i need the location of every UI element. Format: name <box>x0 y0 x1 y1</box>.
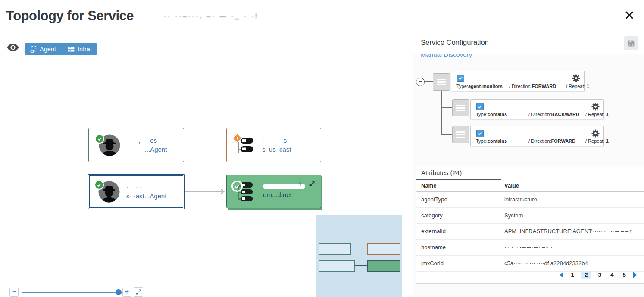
prev-page-icon[interactable] <box>560 272 563 278</box>
topology-canvas[interactable]: Agent Infra <box>0 33 413 297</box>
rule-checkbox[interactable] <box>476 130 484 137</box>
close-icon[interactable]: ✕ <box>622 8 637 23</box>
table-row[interactable]: hostname · · ·_· ·–··–··–··–·· · <box>416 240 644 256</box>
rule-definition: Type:contains/ Direction:BACKWARD/ Repea… <box>476 112 609 117</box>
tree-connector <box>441 91 442 135</box>
rule-checkbox[interactable] <box>476 103 484 110</box>
service-configuration-panel: Manual Discovery Service Configuration − <box>413 33 644 297</box>
attributes-table-header: Name Value <box>416 180 644 192</box>
minimap-node <box>319 260 355 272</box>
node-label: · ·–·, ··_es ·_··_··...Agent <box>127 136 167 154</box>
gear-icon[interactable] <box>591 103 600 113</box>
agent-refresh-icon <box>30 46 37 53</box>
tree-connector <box>441 134 452 135</box>
zoom-slider-handle[interactable] <box>116 289 122 295</box>
page-2-current[interactable]: 2 <box>581 271 591 279</box>
node-label: | ···· – ·s s_us_cast_·· <box>262 136 299 154</box>
page-3[interactable]: 3 <box>596 271 603 279</box>
drag-handle[interactable] <box>452 126 469 143</box>
infra-button-label: Infra <box>78 46 90 53</box>
discovery-rule-card[interactable]: Type:agent-monitors/ Direction:FORWARD/ … <box>451 71 585 91</box>
save-floppy-icon <box>628 40 635 47</box>
minimap-edge <box>355 265 367 266</box>
node-agent-selected[interactable]: · – · · s· ·ast...Agent <box>88 174 185 209</box>
collapse-tree-button[interactable]: − <box>416 78 425 86</box>
node-host-warning[interactable]: ! | ···· – ·s s_us_cast_·· <box>226 128 321 162</box>
column-header-value: Value <box>504 182 519 189</box>
attributes-title: Attributes (24) <box>421 169 462 176</box>
topology-edge <box>185 188 227 195</box>
panel-title: Service Configuration <box>421 38 489 47</box>
dialog-header: Topology for Service ·· ··–···. –· — ·_ … <box>0 0 644 32</box>
next-page-icon[interactable] <box>633 272 637 278</box>
tree-connector <box>441 107 452 108</box>
title-redacted-text: ·· ··–···. –· — ·_ · ·! <box>164 12 259 19</box>
layer-toggle-group: Agent Infra <box>25 43 97 55</box>
zoom-slider-track[interactable] <box>22 292 122 293</box>
agent-button-label: Agent <box>40 46 56 53</box>
table-row[interactable]: jmxCorId c5a····· ·· ··· ····df a2284d23… <box>416 256 644 272</box>
attributes-card: Attributes (24) Name Value agentType inf… <box>416 166 644 284</box>
expand-node-icon[interactable] <box>309 180 316 189</box>
page-5[interactable]: 5 <box>621 271 628 279</box>
infra-layer-button[interactable]: Infra <box>63 43 97 55</box>
zoom-out-button[interactable]: − <box>9 288 19 297</box>
status-ok-icon <box>95 134 104 144</box>
gear-icon[interactable] <box>572 74 580 84</box>
rule-definition: Type:contains/ Direction:FORWARD/ Repeat… <box>476 138 609 144</box>
page-1[interactable]: 1 <box>569 271 576 279</box>
infra-server-icon <box>68 46 75 53</box>
table-row[interactable]: agentType infrastructure <box>416 192 644 208</box>
topology-dialog: Topology for Service ·· ··–···. –· — ·_ … <box>0 0 644 297</box>
agent-layer-button[interactable]: Agent <box>25 43 63 55</box>
discovery-rule-card[interactable]: Type:contains/ Direction:BACKWARD/ Repea… <box>470 99 604 119</box>
minimap-node <box>319 243 351 255</box>
page-title: Topology for Service <box>6 8 134 24</box>
node-label: · – · · s· ·ast...Agent <box>126 183 166 200</box>
node-host-green[interactable]: em...d.net 1 <box>226 175 321 208</box>
node-count-badge: 1 <box>299 181 302 188</box>
zoom-in-button[interactable]: + <box>122 288 131 297</box>
status-ok-icon <box>231 181 243 192</box>
tree-connector <box>425 81 433 82</box>
fit-to-screen-button[interactable] <box>134 287 143 297</box>
minimap-node <box>367 243 400 255</box>
node-agent-ok[interactable]: · ·–·, ··_es ·_··_··...Agent <box>88 128 184 162</box>
drag-handle[interactable] <box>433 73 450 91</box>
table-row[interactable]: externalId APM_INFRASTRUCTURE:AGENT:····… <box>416 224 644 240</box>
save-button[interactable] <box>624 36 638 50</box>
visibility-eye-icon[interactable] <box>7 43 19 52</box>
pagination: 1 2 3 4 5 <box>560 271 637 279</box>
discovery-rule-card[interactable]: Type:contains/ Direction:FORWARD/ Repeat… <box>470 126 604 146</box>
rule-definition: Type:agent-monitors/ Direction:FORWARD/ … <box>456 84 589 89</box>
minimap-node <box>367 260 400 272</box>
column-header-name: Name <box>421 182 436 189</box>
page-4[interactable]: 4 <box>609 271 616 279</box>
status-ok-icon <box>94 180 104 190</box>
panel-header: Service Configuration <box>413 32 644 54</box>
table-row[interactable]: category System <box>416 208 644 224</box>
gear-icon[interactable] <box>591 129 600 139</box>
drag-handle[interactable] <box>452 99 469 116</box>
rule-checkbox[interactable] <box>457 75 464 82</box>
minimap[interactable] <box>316 215 402 297</box>
